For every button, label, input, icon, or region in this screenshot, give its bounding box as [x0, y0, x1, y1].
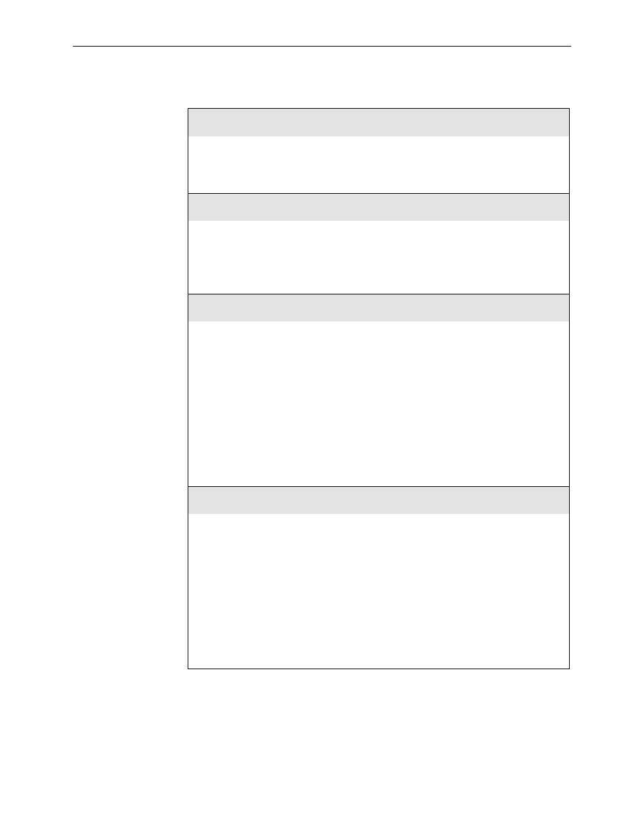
section-body-4: [188, 514, 569, 669]
section-header-1: [188, 109, 569, 136]
document-page: [0, 0, 644, 834]
header-rule: [73, 46, 571, 47]
section-header-4: [188, 486, 569, 514]
section-body-1: [188, 136, 569, 193]
section-header-2: [188, 193, 569, 221]
section-body-2: [188, 221, 569, 294]
section-header-3: [188, 294, 569, 321]
section-body-3: [188, 321, 569, 486]
sectioned-table: [188, 108, 570, 669]
